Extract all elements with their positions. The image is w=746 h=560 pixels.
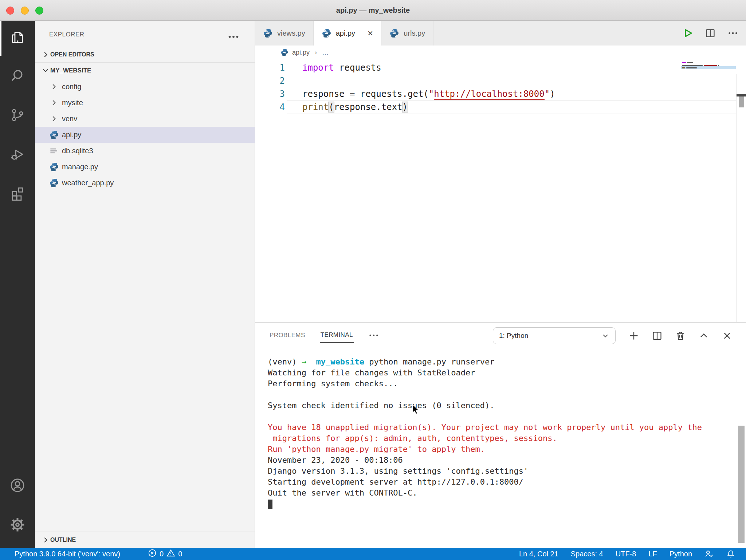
extensions-icon <box>9 185 25 203</box>
terminal-line <box>268 389 702 400</box>
tree-item-mysite[interactable]: mysite <box>35 95 255 111</box>
code-line-1: import requests <box>302 61 555 74</box>
line-number: 4 <box>255 100 285 114</box>
sidebar-title: EXPLORER <box>49 31 85 38</box>
language-mode-status[interactable]: Python <box>670 550 692 558</box>
code-line-2 <box>302 74 555 87</box>
encoding-status[interactable]: UTF-8 <box>616 550 636 558</box>
warning-count: 0 <box>178 550 182 558</box>
open-editors-section[interactable]: OPEN EDITORS <box>35 47 255 62</box>
mouse-cursor <box>409 403 421 417</box>
terminal-line <box>268 498 702 509</box>
tree-item-manage.py[interactable]: manage.py <box>35 159 255 175</box>
feedback-icon[interactable] <box>704 549 714 559</box>
panel-header: PROBLEMS TERMINAL 1: Python <box>255 323 746 348</box>
warning-icon <box>166 549 175 559</box>
split-terminal-button[interactable] <box>651 330 663 342</box>
activity-settings-button[interactable] <box>0 508 35 543</box>
activity-account-button[interactable] <box>0 469 35 504</box>
panel-actions <box>628 327 733 344</box>
source-control-icon <box>9 107 25 125</box>
account-icon <box>9 477 26 495</box>
file-name: config <box>62 83 81 91</box>
scrollbar-divider <box>736 74 737 322</box>
code-token: response = requests.get( <box>302 89 429 99</box>
indentation-status[interactable]: Spaces: 4 <box>571 550 603 558</box>
minimap[interactable] <box>681 59 737 132</box>
chevron-right-icon: › <box>315 49 317 56</box>
eol-status[interactable]: LF <box>648 550 657 558</box>
code-editor[interactable]: 1234 import requestsresponse = requests.… <box>255 59 746 322</box>
problems-status[interactable]: 0 0 <box>148 549 182 559</box>
close-panel-button[interactable] <box>721 330 733 342</box>
tree-item-weather_app.py[interactable]: weather_app.py <box>35 175 255 191</box>
split-editor-button[interactable] <box>704 27 717 40</box>
tree-item-config[interactable]: config <box>35 79 255 95</box>
status-bar: Python 3.9.0 64-bit ('venv': venv) 0 0 L… <box>0 548 746 560</box>
terminal-line: migrations for app(s): admin, auth, cont… <box>268 433 702 444</box>
more-actions-icon[interactable] <box>368 330 379 341</box>
close-window-button[interactable] <box>6 7 14 15</box>
chevron-down-icon <box>601 331 610 340</box>
bell-icon[interactable] <box>726 550 735 559</box>
terminal-line: Run 'python manage.py migrate' to apply … <box>268 444 702 455</box>
terminal-shell-select[interactable]: 1: Python <box>493 327 616 344</box>
sidebar-header: EXPLORER <box>35 27 255 42</box>
chevron-right-icon <box>47 83 60 91</box>
activity-extensions-button[interactable] <box>0 177 35 212</box>
run-debug-icon <box>9 146 25 163</box>
terminal-line: Performing system checks... <box>268 378 702 389</box>
run-file-button[interactable] <box>681 27 694 40</box>
tab-problems[interactable]: PROBLEMS <box>269 328 306 343</box>
activity-source-control-button[interactable] <box>0 98 35 133</box>
file-name: db.sqlite3 <box>62 147 93 155</box>
outline-label: OUTLINE <box>50 537 76 543</box>
terminal-scrollbar-thumb[interactable] <box>738 426 745 543</box>
chevron-down-icon <box>41 67 50 75</box>
search-icon <box>9 68 25 85</box>
tree-item-venv[interactable]: venv <box>35 111 255 127</box>
tree-item-api.py[interactable]: api.py <box>35 127 255 143</box>
editor-actions <box>681 21 739 46</box>
python-interpreter-status[interactable]: Python 3.9.0 64-bit ('venv': venv) <box>15 550 120 558</box>
more-actions-icon[interactable] <box>227 30 240 45</box>
breadcrumb: api.py › … <box>255 46 746 59</box>
tree-item-db.sqlite3[interactable]: db.sqlite3 <box>35 143 255 159</box>
root-folder-section[interactable]: MY_WEBSITE <box>35 63 255 78</box>
activity-run-debug-button[interactable] <box>0 137 35 172</box>
new-terminal-button[interactable] <box>628 330 640 342</box>
editor-scrollbar-thumb[interactable] <box>739 96 744 107</box>
editor-tab-views.py[interactable]: views.py <box>255 21 314 46</box>
root-folder-label: MY_WEBSITE <box>50 67 91 74</box>
maximize-panel-button[interactable] <box>698 330 710 342</box>
python-file-icon <box>47 178 60 188</box>
cursor-position-status[interactable]: Ln 4, Col 21 <box>519 550 558 558</box>
tab-terminal[interactable]: TERMINAL <box>320 328 354 343</box>
close-tab-icon[interactable]: × <box>368 28 373 38</box>
zoom-window-button[interactable] <box>35 7 43 15</box>
terminal-line <box>268 411 702 422</box>
breadcrumb-file[interactable]: api.py <box>292 49 310 56</box>
python-file-icon <box>389 28 399 38</box>
terminal-output[interactable]: (venv) → my_website python manage.py run… <box>268 356 702 509</box>
code-token: http://localhost:8000 <box>434 89 544 100</box>
editor-tab-api.py[interactable]: api.py× <box>314 21 382 46</box>
activity-explorer-button[interactable] <box>0 21 35 56</box>
kill-terminal-button[interactable] <box>675 330 686 342</box>
code-token: " <box>545 89 550 99</box>
minimize-window-button[interactable] <box>21 7 29 15</box>
terminal-line: November 23, 2020 - 00:18:06 <box>268 455 702 466</box>
terminal-line: Quit the server with CONTROL-C. <box>268 488 702 498</box>
editor-tab-urls.py[interactable]: urls.py <box>381 21 433 46</box>
editor-tab-bar: views.pyapi.py×urls.py <box>255 21 746 46</box>
more-actions-icon[interactable] <box>726 27 739 40</box>
tab-label: api.py <box>336 29 355 38</box>
error-icon <box>148 549 157 559</box>
breadcrumb-more[interactable]: … <box>322 49 329 56</box>
chevron-right-icon <box>47 115 60 123</box>
activity-search-button[interactable] <box>0 59 35 94</box>
python-file-icon <box>47 162 60 172</box>
outline-section[interactable]: OUTLINE <box>35 532 255 548</box>
terminal-line: System check identified no issues (0 sil… <box>268 400 702 411</box>
code-token: ) <box>403 102 408 112</box>
